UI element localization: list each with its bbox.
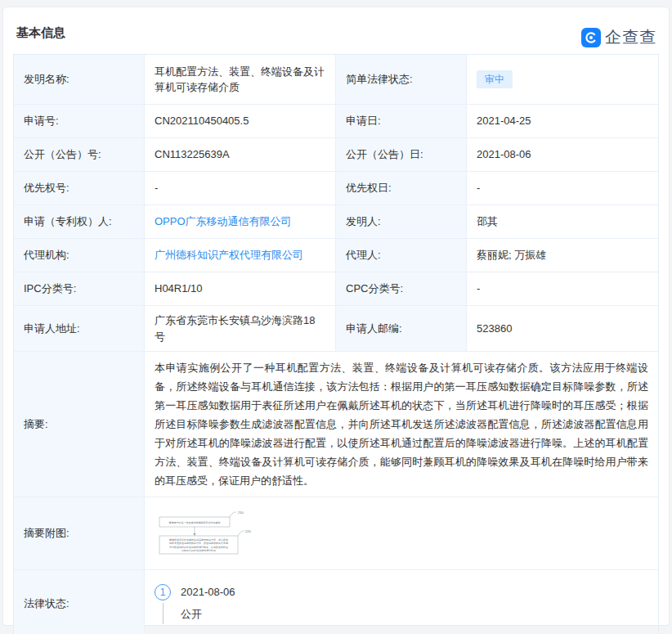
qichacha-logo-icon — [581, 28, 601, 47]
figure-step2-text-line4: 过配置后的降噪滤波器进行降噪 — [181, 549, 216, 552]
abstract-figure-label: 摘要附图: — [14, 497, 145, 569]
timeline-date: 2021-08-06 — [181, 584, 235, 600]
abstract-label: 摘要: — [14, 352, 145, 497]
qichacha-logo[interactable]: 企查查 — [581, 26, 656, 48]
row-invention-legal: 发明名称: 耳机配置方法、装置、终端设备及计算机可读存储介质 简单法律状态: 审… — [14, 55, 658, 105]
row-applicant-inventor: 申请（专利权）人: OPPO广东移动通信有限公司 发明人: 邵其 — [14, 205, 658, 239]
timeline-connector-line — [163, 603, 164, 624]
abstract-value: 本申请实施例公开了一种耳机配置方法、装置、终端设备及计算机可读存储介质。该方法应… — [145, 352, 658, 497]
row-abstract: 摘要: 本申请实施例公开了一种耳机配置方法、装置、终端设备及计算机可读存储介质。… — [14, 352, 658, 497]
inventor-label: 发明人: — [336, 205, 467, 238]
publication-no-value: CN113225639A — [145, 138, 336, 171]
applicant-label: 申请（专利权）人: — [14, 205, 145, 238]
figure-step2-text-line1: 根据所述目标降噪参数生成滤波器配置信息，并向所述 — [169, 538, 228, 542]
legal-status-label: 法律状态: — [14, 570, 145, 634]
timeline-item-body: 公开 — [155, 603, 235, 624]
applicant-postcode-value: 523860 — [467, 306, 658, 351]
timeline-index-badge: 1 — [155, 584, 171, 600]
qichacha-logo-text: 企查查 — [605, 26, 656, 48]
abstract-text: 本申请实施例公开了一种耳机配置方法、装置、终端设备及计算机可读存储介质。该方法应… — [155, 358, 648, 490]
publication-date-value: 2021-08-06 — [467, 138, 658, 171]
cpc-class-value: - — [467, 272, 658, 305]
figure-step2-text-line3: 于对所述耳机的降噪滤波器进行配置，以使所述耳机通 — [169, 546, 228, 549]
priority-date-value: - — [467, 172, 658, 205]
status-badge: 审中 — [477, 70, 513, 88]
priority-no-label: 优先权号: — [14, 172, 145, 205]
application-date-label: 申请日: — [336, 105, 467, 137]
priority-date-label: 优先权日: — [336, 172, 467, 205]
abstract-figure-value: 根据用户的第一耳压感知数据确定目标降噪参数 210 根据所述目标降噪参数生成滤波… — [145, 497, 658, 569]
figure-step1-ref: 210 — [238, 510, 244, 515]
row-application: 申请号: CN202110450405.5 申请日: 2021-04-25 — [14, 105, 658, 138]
row-address-postcode: 申请人地址: 广东省东莞市长安镇乌沙海滨路18号 申请人邮编: 523860 — [14, 306, 658, 352]
cpc-class-label: CPC分类号: — [336, 272, 467, 305]
agent-value: 蔡丽妮; 万振雄 — [467, 239, 658, 272]
page-title: 基本信息 — [16, 25, 659, 41]
basic-info-card: 基本信息 企查查 发明名称: 耳机配置方法、装置、终端设备及计算机可读存储介质 … — [2, 7, 670, 626]
applicant-address-label: 申请人地址: — [14, 306, 145, 351]
row-legal-status: 法律状态: 1 2021-08-06 公开 — [14, 570, 658, 634]
ipc-class-label: IPC分类号: — [14, 272, 145, 305]
row-abstract-figure: 摘要附图: 根据用户的第一耳压感知数据确定目标降噪参数 210 根据所述目标降噪… — [14, 497, 658, 570]
row-agency-agent: 代理机构: 广州德科知识产权代理有限公司 代理人: 蔡丽妮; 万振雄 — [14, 239, 658, 272]
application-no-value: CN202110450405.5 — [145, 105, 336, 137]
simple-legal-status-label: 简单法律状态: — [336, 55, 467, 104]
abstract-figure-thumbnail[interactable]: 根据用户的第一耳压感知数据确定目标降噪参数 210 根据所述目标降噪参数生成滤波… — [155, 509, 251, 558]
publication-date-label: 公开（公告）日: — [336, 138, 467, 171]
figure-step2-ref: 220 — [245, 529, 251, 533]
figure-step2-text-line2: 耳机发送所述滤波器配置信息，所述滤波器配置信息用 — [169, 542, 228, 545]
timeline-item-head: 1 2021-08-06 — [155, 584, 235, 600]
row-classification: IPC分类号: H04R1/10 CPC分类号: - — [14, 272, 658, 306]
invention-name-label: 发明名称: — [14, 55, 145, 104]
applicant-address-value: 广东省东莞市长安镇乌沙海滨路18号 — [145, 306, 336, 351]
applicant-company-link[interactable]: OPPO广东移动通信有限公司 — [155, 214, 292, 230]
simple-legal-status-value: 审中 — [467, 55, 658, 104]
row-publication: 公开（公告）号: CN113225639A 公开（公告）日: 2021-08-0… — [14, 138, 658, 172]
invention-name-value: 耳机配置方法、装置、终端设备及计算机可读存储介质 — [145, 55, 336, 104]
ipc-class-value: H04R1/10 — [145, 272, 336, 305]
priority-no-value: - — [145, 172, 336, 205]
application-no-label: 申请号: — [14, 105, 145, 137]
publication-no-label: 公开（公告）号: — [14, 138, 145, 171]
agent-label: 代理人: — [336, 239, 467, 272]
agency-company-link[interactable]: 广州德科知识产权代理有限公司 — [155, 247, 303, 263]
timeline-status: 公开 — [181, 606, 202, 624]
figure-step1-text: 根据用户的第一耳压感知数据确定目标降噪参数 — [169, 521, 221, 524]
basic-info-table: 发明名称: 耳机配置方法、装置、终端设备及计算机可读存储介质 简单法律状态: 审… — [13, 54, 659, 634]
applicant-value: OPPO广东移动通信有限公司 — [145, 205, 336, 238]
inventor-value: 邵其 — [467, 205, 658, 238]
applicant-postcode-label: 申请人邮编: — [336, 306, 467, 351]
legal-status-timeline: 1 2021-08-06 公开 — [155, 584, 235, 624]
agency-label: 代理机构: — [14, 239, 145, 272]
legal-status-value: 1 2021-08-06 公开 — [145, 570, 658, 634]
row-priority: 优先权号: - 优先权日: - — [14, 172, 658, 205]
agency-value: 广州德科知识产权代理有限公司 — [145, 239, 336, 272]
application-date-value: 2021-04-25 — [467, 105, 658, 137]
